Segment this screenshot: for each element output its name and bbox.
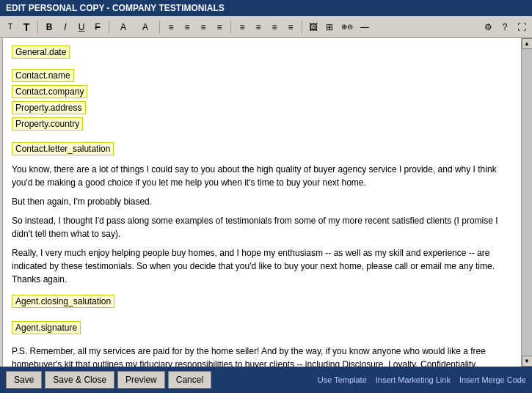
property-address-merge: Property.address	[12, 101, 86, 114]
paragraph-3-text: So instead, I thought I'd pass along som…	[12, 214, 512, 240]
scroll-track[interactable]	[522, 49, 533, 356]
editor-content[interactable]: General.date Contact.name Contact.compan…	[3, 38, 521, 367]
scroll-up-button[interactable]: ▲	[522, 38, 533, 49]
bold-button[interactable]: B	[42, 19, 57, 35]
insert-image-button[interactable]: 🖼	[306, 19, 321, 35]
font-size-small-button[interactable]: T	[3, 19, 18, 35]
use-template-link[interactable]: Use Template	[318, 375, 367, 384]
highlight-button[interactable]: A	[135, 19, 156, 35]
paragraph-4-text: Really, I very much enjoy helping people…	[12, 246, 512, 286]
closing-salutation-merge: Agent.closing_salutation	[12, 295, 114, 308]
scrollbar[interactable]: ▲ ▼	[521, 38, 532, 367]
postscript-block: P.S. Remember, all my services are paid …	[12, 345, 512, 367]
save-close-button[interactable]: Save & Close	[45, 371, 114, 389]
save-button[interactable]: Save	[6, 371, 42, 389]
align-justify-button[interactable]: ≡	[283, 19, 298, 35]
letter-salutation-merge: Contact.letter_salutation	[12, 142, 114, 155]
general-date-merge: General.date	[12, 45, 70, 59]
agent-signature-merge: Agent.signature	[12, 321, 81, 334]
unordered-list-button[interactable]: ≡	[164, 19, 178, 35]
align-left-button[interactable]: ≡	[235, 19, 249, 35]
align-center-button[interactable]: ≡	[251, 19, 266, 35]
separator-3	[159, 21, 160, 34]
title-text: EDIT PERSONAL COPY - COMPANY TESTIMONIAL…	[6, 3, 225, 13]
italic-button[interactable]: I	[58, 19, 73, 35]
separator-4	[230, 21, 231, 34]
closing-salutation-field: Agent.closing_salutation	[12, 293, 512, 309]
separator-5	[302, 21, 302, 34]
indent-decrease-button[interactable]: ≡	[196, 19, 211, 35]
settings-button[interactable]: ⚙	[481, 19, 495, 35]
paragraph-2: But then again, I'm probably biased.	[12, 195, 512, 208]
insert-marketing-link[interactable]: Insert Marketing Link	[376, 375, 451, 384]
preview-button[interactable]: Preview	[117, 371, 165, 389]
paragraph-1-text: You know, there are a lot of things I co…	[12, 163, 512, 189]
horizontal-rule-button[interactable]: —	[357, 19, 372, 35]
postscript-text: P.S. Remember, all my services are paid …	[12, 345, 512, 367]
insert-merge-link[interactable]: Insert Merge Code	[459, 375, 526, 384]
paragraph-2-text: But then again, I'm probably biased.	[12, 195, 512, 208]
insert-table-button[interactable]: ⊞	[322, 19, 337, 35]
paragraph-1: You know, there are a lot of things I co…	[12, 163, 512, 189]
toolbar: T T B I U F A A ≡ ≡ ≡ ≡ ≡ ≡ ≡ ≡ 🖼 ⊞ ⊕⊖ —…	[0, 16, 532, 38]
indent-increase-button[interactable]: ≡	[212, 19, 227, 35]
align-right-button[interactable]: ≡	[267, 19, 282, 35]
action-buttons: Save Save & Close Preview Cancel	[6, 371, 211, 389]
paragraph-3: So instead, I thought I'd pass along som…	[12, 214, 512, 240]
scroll-down-button[interactable]: ▼	[522, 356, 533, 367]
contact-name-merge: Contact.name	[12, 69, 74, 82]
link-buttons: Use Template Insert Marketing Link Inser…	[318, 375, 526, 384]
insert-special-button[interactable]: ⊕⊖	[338, 19, 356, 35]
help-button[interactable]: ?	[498, 19, 512, 35]
separator-1	[37, 21, 38, 34]
property-country-merge: Property.country	[12, 117, 83, 131]
ordered-list-button[interactable]: ≡	[180, 19, 194, 35]
bottom-toolbar: Save Save & Close Preview Cancel Use Tem…	[0, 367, 532, 393]
salutation-field: Contact.letter_salutation	[12, 141, 512, 157]
separator-2	[109, 21, 109, 34]
contact-company-merge: Contact.company	[12, 85, 87, 98]
font-size-large-button[interactable]: T	[19, 19, 34, 35]
strikethrough-button[interactable]: F	[90, 19, 105, 35]
homebuyer-link[interactable]: homebuyer's	[12, 359, 62, 367]
general-date-field: General.date	[12, 44, 512, 60]
maximize-button[interactable]: ⛶	[514, 19, 529, 35]
underline-button[interactable]: U	[74, 19, 89, 35]
title-bar: EDIT PERSONAL COPY - COMPANY TESTIMONIAL…	[0, 0, 532, 16]
paragraph-4: Really, I very much enjoy helping people…	[12, 246, 512, 286]
signature-field: Agent.signature	[12, 320, 512, 336]
cancel-button[interactable]: Cancel	[168, 371, 211, 389]
font-color-button[interactable]: A	[113, 19, 134, 35]
contact-fields-group: Contact.name Contact.company Property.ad…	[12, 67, 512, 132]
